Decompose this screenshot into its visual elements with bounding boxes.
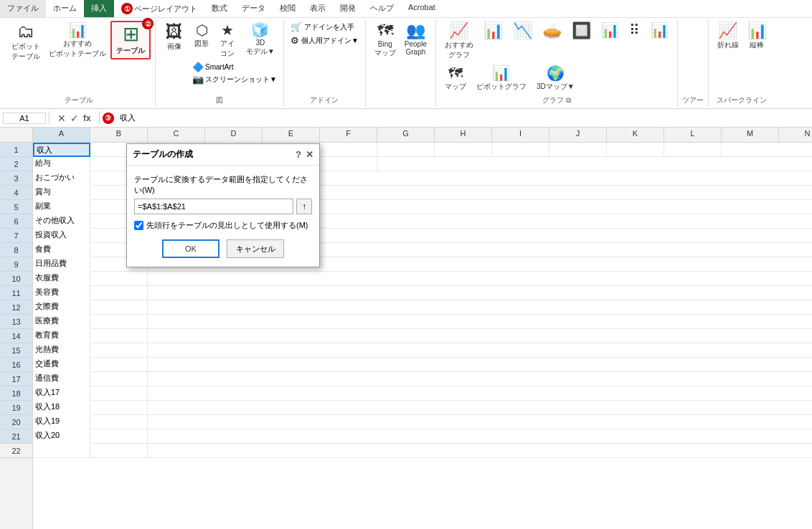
bar-chart-button[interactable]: 📊 [479,21,507,62]
row-header-10[interactable]: 10 [0,272,32,286]
col-header-g[interactable]: G [377,128,435,142]
row-header-12[interactable]: 12 [0,300,32,315]
cell-b12[interactable] [90,300,148,315]
cell-f1[interactable] [320,143,377,157]
icon-button[interactable]: ★ アイコン [216,21,239,61]
cell-a5[interactable]: 副業 [33,200,90,214]
pivot-chart-button[interactable]: 📊 ピボットグラフ [472,64,531,94]
col-header-k[interactable]: K [607,128,664,142]
tab-data[interactable]: データ [235,0,273,17]
dialog-header-checkbox[interactable] [134,221,143,230]
col-header-j[interactable]: J [549,128,607,142]
personal-addin-button[interactable]: ⚙ 個人用アドイン▼ [288,34,361,47]
col-header-l[interactable]: L [664,128,722,142]
row-header-1[interactable]: 1 [0,143,32,157]
cell-b14[interactable] [90,329,148,343]
row-header-16[interactable]: 16 [0,358,32,372]
smartart-button[interactable]: 🔷 SmartArt [190,61,235,73]
cell-b22[interactable] [90,444,148,458]
cell-a19[interactable]: 収入18 [33,401,90,415]
row-header-2[interactable]: 2 [0,157,32,171]
row-header-6[interactable]: 6 [0,214,32,229]
bar-sparkline-button[interactable]: 📊 縦棒 [743,21,771,52]
cell-b20[interactable] [90,415,148,429]
row-header-14[interactable]: 14 [0,329,32,343]
map-chart-button[interactable]: 🗺 マップ [440,64,471,94]
cell-a22[interactable] [33,444,90,458]
cell-a16[interactable]: 交通費 [33,358,90,372]
cell-h1[interactable] [435,143,492,157]
cell-k1[interactable] [607,143,664,157]
cell-a18[interactable]: 収入17 [33,386,90,401]
tab-dev[interactable]: 開発 [333,0,363,17]
cell-a9[interactable]: 日用品費 [33,257,90,272]
tab-file[interactable]: ファイル [0,0,46,17]
dialog-range-input[interactable] [134,199,293,214]
col-header-a[interactable]: A [33,128,90,142]
cell-b13[interactable] [90,315,148,329]
cell-a7[interactable]: 投資収入 [33,229,90,243]
cell-g1[interactable] [377,143,435,157]
dialog-close-icon[interactable]: ✕ [306,149,313,160]
col-header-f[interactable]: F [320,128,377,142]
pie-chart-button[interactable]: 🥧 [538,21,566,62]
dialog-ok-button[interactable]: OK [162,239,219,258]
row-header-20[interactable]: 20 [0,415,32,429]
row-header-3[interactable]: 3 [0,171,32,186]
col-header-n[interactable]: N [779,128,812,142]
stat-chart-button[interactable]: 📊 [597,21,623,62]
cell-l1[interactable] [664,143,722,157]
cell-i1[interactable] [492,143,549,157]
tab-acrobat[interactable]: Acrobat [401,0,443,17]
people-graph-button[interactable]: 👥 PeopleGraph [400,21,431,58]
cancel-formula-icon[interactable]: ✕ [57,113,66,124]
line-chart-button[interactable]: 📉 [509,21,537,62]
cell-j1[interactable] [549,143,607,157]
image-button[interactable]: 🖼 画像 [160,21,189,54]
cell-b19[interactable] [90,401,148,415]
tab-view[interactable]: 表示 [303,0,333,17]
tab-formula[interactable]: 数式 [204,0,235,17]
row-header-21[interactable]: 21 [0,429,32,444]
cell-b11[interactable] [90,286,148,300]
row-header-11[interactable]: 11 [0,286,32,300]
tab-page-layout[interactable]: ①ページレイアウト [114,0,204,17]
tab-home[interactable]: ホーム [46,0,84,17]
row-header-4[interactable]: 4 [0,186,32,200]
col-header-m[interactable]: M [722,128,779,142]
cell-a8[interactable]: 食費 [33,243,90,257]
row-header-18[interactable]: 18 [0,386,32,401]
row-header-5[interactable]: 5 [0,200,32,214]
screenshot-button[interactable]: 📷 スクリーンショット▼ [190,73,279,85]
tab-review[interactable]: 校閲 [273,0,303,17]
row-header-8[interactable]: 8 [0,243,32,257]
dialog-cancel-button[interactable]: キャンセル [227,239,284,258]
pivot-table-button[interactable]: 🗂 ピボットテーブル [7,21,44,64]
shape-button[interactable]: ⬡ 図形 [190,21,213,61]
cell-a14[interactable]: 教育費 [33,329,90,343]
scatter-chart-button[interactable]: ⠿ [625,21,645,62]
cell-a13[interactable]: 医療費 [33,315,90,329]
cell-a3[interactable]: おこづかい [33,171,90,186]
col-header-e[interactable]: E [263,128,320,142]
dialog-range-collapse-button[interactable]: ↑ [296,199,312,214]
cell-a2[interactable]: 給与 [33,157,90,171]
formula-input[interactable] [117,113,809,123]
cell-b21[interactable] [90,429,148,444]
tab-help[interactable]: ヘルプ [363,0,401,17]
cell-a11[interactable]: 美容費 [33,286,90,300]
line-sparkline-button[interactable]: 📈 折れ線 [713,21,743,52]
row-header-7[interactable]: 7 [0,229,32,243]
cell-b18[interactable] [90,386,148,401]
col-header-b[interactable]: B [90,128,148,142]
row-header-17[interactable]: 17 [0,372,32,386]
cell-b10[interactable] [90,272,148,286]
cell-f2[interactable] [320,157,377,171]
row-header-22[interactable]: 22 [0,444,32,458]
cell-a20[interactable]: 収入19 [33,415,90,429]
cell-a12[interactable]: 文際費 [33,300,90,315]
3d-model-button[interactable]: 🧊 3Dモデル▼ [242,21,279,61]
3d-map-button[interactable]: 🌍 3Dマップ▼ [532,64,579,94]
cell-reference-input[interactable] [3,113,46,124]
row-header-9[interactable]: 9 [0,257,32,272]
